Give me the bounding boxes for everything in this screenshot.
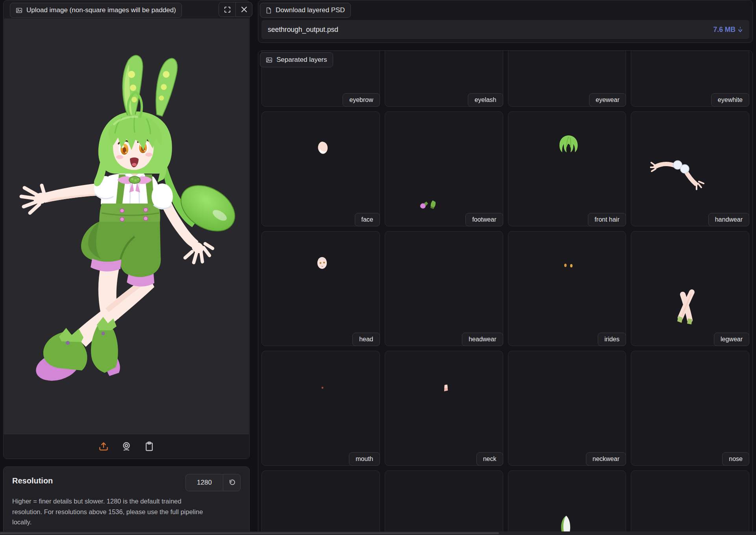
- tile-label: eyelash: [468, 93, 503, 107]
- tile-label: face: [355, 213, 380, 226]
- clipboard-icon: [144, 441, 154, 452]
- tile-label: neck: [476, 452, 503, 466]
- resolution-title: Resolution: [12, 474, 53, 485]
- upload-image-tab: Upload image (non-square images will be …: [10, 3, 182, 18]
- webcam-icon: [121, 441, 132, 452]
- image-source-toolbar: [4, 434, 249, 458]
- tile-label: nose: [722, 452, 749, 466]
- gallery-tile[interactable]: irides: [508, 231, 626, 346]
- separated-layers-panel: Separated layers eyebrow eyelash eyewear…: [258, 50, 753, 535]
- gallery-tile[interactable]: [385, 470, 503, 535]
- image-icon: [266, 57, 272, 63]
- tile-label: eyewear: [589, 93, 626, 107]
- gallery-tile[interactable]: [508, 470, 626, 535]
- download-tab-label: Download layered PSD: [276, 6, 345, 14]
- gallery-tile[interactable]: eyewhite: [631, 50, 749, 107]
- uploaded-character-image: [4, 19, 249, 435]
- horizontal-scrollbar-thumb[interactable]: [0, 532, 499, 534]
- webcam-button[interactable]: [120, 441, 132, 452]
- resolution-input-group: [185, 474, 241, 491]
- gallery-grid: eyebrow eyelash eyewear eyewhite face fo…: [261, 50, 749, 535]
- legwear-fragment: [674, 289, 700, 326]
- horizontal-scrollbar[interactable]: [0, 531, 756, 535]
- resolution-description: Higher = finer details but slower. 1280 …: [12, 496, 204, 528]
- handwear-fragment: [650, 154, 712, 190]
- psd-file-name: seethrough_output.psd: [268, 26, 338, 34]
- gallery-tile[interactable]: neckwear: [508, 351, 626, 466]
- gallery-tile[interactable]: face: [261, 111, 380, 226]
- gallery-tile[interactable]: legwear: [631, 231, 749, 346]
- tile-label: eyebrow: [343, 93, 380, 107]
- tile-label: headwear: [462, 333, 503, 346]
- tile-label: footwear: [465, 213, 503, 226]
- tile-label: handwear: [708, 213, 749, 226]
- upload-icon: [98, 441, 109, 452]
- irides-fragment: [563, 263, 574, 268]
- close-button[interactable]: [235, 2, 252, 17]
- gallery-tile[interactable]: eyewear: [508, 50, 626, 107]
- upload-tab-label: Upload image (non-square images will be …: [26, 6, 176, 14]
- tile-label: legwear: [714, 333, 749, 346]
- gallery-tile[interactable]: mouth: [261, 351, 380, 466]
- download-psd-tab: Download layered PSD: [260, 3, 351, 18]
- tile-label: irides: [598, 333, 626, 346]
- gallery-tile[interactable]: [261, 470, 380, 535]
- gallery-tile[interactable]: front hair: [508, 111, 626, 226]
- psd-file-size: 7.6 MB: [713, 26, 736, 34]
- fullscreen-button[interactable]: [219, 2, 235, 17]
- neck-fragment: [443, 384, 448, 392]
- image-icon: [16, 7, 22, 14]
- upload-image-panel: Upload image (non-square images will be …: [3, 0, 250, 459]
- clipboard-button[interactable]: [143, 441, 155, 452]
- mouth-fragment: [321, 387, 324, 389]
- fullscreen-icon: [224, 6, 231, 13]
- download-arrow-icon: [737, 26, 743, 33]
- reset-icon: [228, 479, 235, 487]
- gallery-tile[interactable]: head: [261, 231, 380, 346]
- resolution-panel: Resolution Higher = finer details but sl…: [3, 467, 250, 535]
- gallery-tile[interactable]: headwear: [385, 231, 503, 346]
- stage-button-group: [219, 2, 252, 17]
- close-icon: [241, 6, 248, 13]
- front-hair-fragment: [558, 135, 580, 154]
- separated-layers-tab: Separated layers: [260, 52, 333, 67]
- app-window: Upload image (non-square images will be …: [0, 0, 756, 535]
- head-fragment: [316, 255, 328, 271]
- uploaded-image-stage[interactable]: [4, 19, 249, 435]
- separated-layers-label: Separated layers: [276, 56, 327, 64]
- download-psd-panel: Download layered PSD seethrough_output.p…: [258, 0, 753, 43]
- gallery-tile[interactable]: nose: [631, 351, 749, 466]
- file-icon: [266, 7, 272, 14]
- resolution-input[interactable]: [186, 474, 223, 491]
- psd-download-link[interactable]: 7.6 MB: [713, 26, 743, 34]
- gallery-tile[interactable]: handwear: [631, 111, 749, 226]
- gallery-tile[interactable]: neck: [385, 351, 503, 466]
- gallery-tile[interactable]: footwear: [385, 111, 503, 226]
- upload-button[interactable]: [98, 441, 109, 452]
- resolution-reset-button[interactable]: [223, 474, 240, 491]
- tile-label: mouth: [349, 452, 380, 466]
- footwear-fragment: [419, 200, 438, 210]
- tile-label: neckwear: [586, 452, 626, 466]
- gallery-tile[interactable]: eyelash: [385, 50, 503, 107]
- tile-label: eyewhite: [711, 93, 749, 107]
- psd-file-row[interactable]: seethrough_output.psd 7.6 MB: [261, 20, 749, 39]
- gallery-tile[interactable]: [631, 470, 749, 535]
- tile-label: head: [352, 333, 380, 346]
- tile-label: front hair: [588, 213, 626, 226]
- face-fragment: [317, 141, 329, 155]
